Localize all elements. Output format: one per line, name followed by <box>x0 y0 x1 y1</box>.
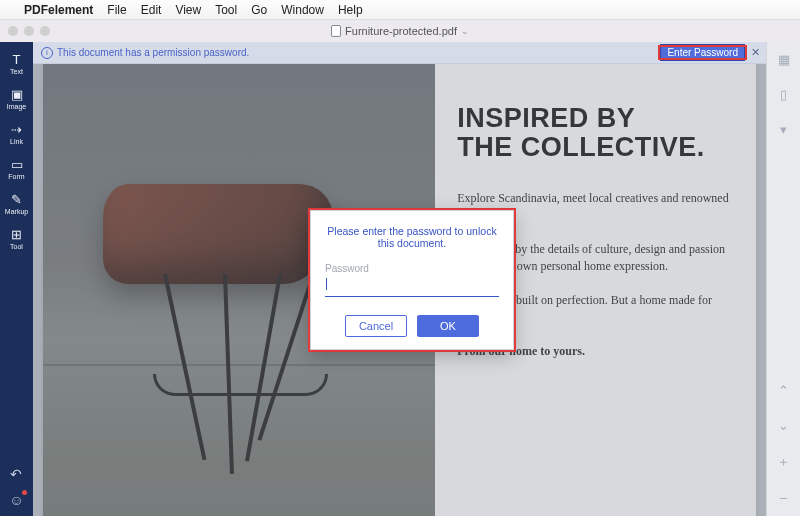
traffic-lights <box>8 26 50 36</box>
tool-tool[interactable]: ⊞Tool <box>10 221 23 256</box>
page-down-icon[interactable]: ⌄ <box>778 408 789 443</box>
dialog-title: Please enter the password to unlock this… <box>325 225 499 249</box>
user-icon[interactable]: ☺ <box>9 492 23 508</box>
window-titlebar: Furniture-protected.pdf ⌄ <box>0 20 800 42</box>
dismiss-notice-icon[interactable]: ✕ <box>751 46 760 59</box>
menu-tool[interactable]: Tool <box>215 3 237 17</box>
tool-icon: ⊞ <box>11 227 22 242</box>
document-icon <box>331 25 341 37</box>
menu-go[interactable]: Go <box>251 3 267 17</box>
tool-label: Form <box>8 173 24 180</box>
form-icon: ▭ <box>11 157 23 172</box>
notification-dot-icon <box>22 490 27 495</box>
enter-password-button[interactable]: Enter Password <box>660 44 745 61</box>
menu-file[interactable]: File <box>107 3 126 17</box>
password-label: Password <box>325 263 499 274</box>
password-dialog: Please enter the password to unlock this… <box>310 210 514 350</box>
cancel-button[interactable]: Cancel <box>345 315 407 337</box>
tool-label: Link <box>10 138 23 145</box>
mac-menubar: PDFelement File Edit View Tool Go Window… <box>0 0 800 20</box>
menu-window[interactable]: Window <box>281 3 324 17</box>
page-up-icon[interactable]: ⌃ <box>778 373 789 408</box>
text-tool[interactable]: TText <box>10 46 23 81</box>
notice-text: This document has a permission password. <box>57 47 249 58</box>
right-sidebar: ▦ ▯ ▾ ⌃ ⌄ ＋ − <box>766 42 800 516</box>
document-title[interactable]: Furniture-protected.pdf <box>345 25 457 37</box>
close-window-icon[interactable] <box>8 26 18 36</box>
tool-label: Image <box>7 103 26 110</box>
thumbnails-icon[interactable]: ▯ <box>780 77 787 112</box>
app-name[interactable]: PDFelement <box>24 3 93 17</box>
tool-label: Text <box>10 68 23 75</box>
ok-button[interactable]: OK <box>417 315 479 337</box>
minimize-window-icon[interactable] <box>24 26 34 36</box>
image-tool[interactable]: ▣Image <box>7 81 26 116</box>
markup-icon: ✎ <box>11 192 22 207</box>
menu-help[interactable]: Help <box>338 3 363 17</box>
insert-page-icon[interactable]: ＋ <box>777 443 790 481</box>
tool-label: Tool <box>10 243 23 250</box>
password-input[interactable] <box>325 279 499 297</box>
text-icon: T <box>13 52 21 67</box>
zoom-out-icon[interactable]: − <box>780 481 788 516</box>
panel-switch-icon[interactable]: ▦ <box>778 42 790 77</box>
info-icon: i <box>41 47 53 59</box>
menu-edit[interactable]: Edit <box>141 3 162 17</box>
permission-notice-bar: i This document has a permission passwor… <box>33 42 766 64</box>
form-tool[interactable]: ▭Form <box>8 151 24 186</box>
title-dropdown-icon[interactable]: ⌄ <box>461 26 469 36</box>
bookmark-icon[interactable]: ▾ <box>780 112 787 147</box>
undo-icon[interactable]: ↶ <box>10 466 22 482</box>
menu-view[interactable]: View <box>175 3 201 17</box>
left-toolbar: TText ▣Image ⇢Link ▭Form ✎Markup ⊞Tool ↶… <box>0 42 33 516</box>
link-icon: ⇢ <box>11 122 22 137</box>
text-caret-icon <box>326 278 327 290</box>
markup-tool[interactable]: ✎Markup <box>5 186 28 221</box>
link-tool[interactable]: ⇢Link <box>10 116 23 151</box>
image-icon: ▣ <box>11 87 23 102</box>
fullscreen-window-icon[interactable] <box>40 26 50 36</box>
tool-label: Markup <box>5 208 28 215</box>
